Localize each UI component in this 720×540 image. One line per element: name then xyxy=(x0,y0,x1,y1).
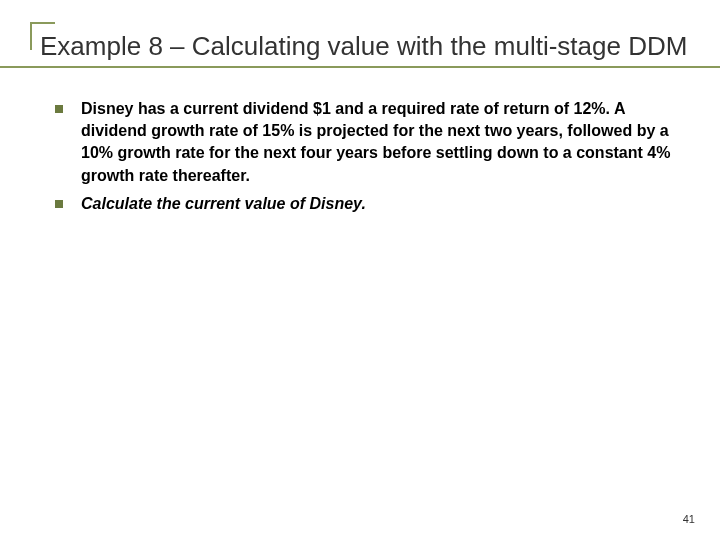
page-number: 41 xyxy=(683,513,695,525)
bullet-text: Calculate the current value of Disney. xyxy=(81,193,366,215)
title-border-left xyxy=(30,22,32,50)
bullet-item: Disney has a current dividend $1 and a r… xyxy=(55,98,690,188)
bullet-text: Disney has a current dividend $1 and a r… xyxy=(81,98,690,188)
title-underline xyxy=(0,66,720,68)
slide-container: Example 8 – Calculating value with the m… xyxy=(0,0,720,540)
bullet-icon xyxy=(55,105,63,113)
title-border-top xyxy=(30,22,55,24)
content-area: Disney has a current dividend $1 and a r… xyxy=(30,98,690,216)
slide-title: Example 8 – Calculating value with the m… xyxy=(30,30,690,63)
bullet-item: Calculate the current value of Disney. xyxy=(55,193,690,215)
title-area: Example 8 – Calculating value with the m… xyxy=(30,30,690,63)
bullet-icon xyxy=(55,200,63,208)
